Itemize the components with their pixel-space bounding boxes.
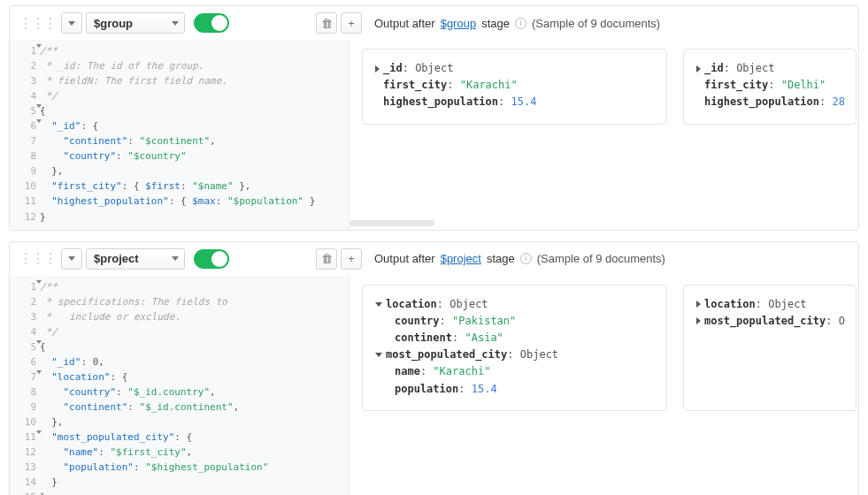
stage-output-pane: _id: Objectfirst_city: "Karachi"highest_… (350, 40, 858, 230)
fold-icon[interactable] (36, 119, 42, 123)
gutter-line-number: 9 (10, 164, 40, 179)
info-icon[interactable]: i (515, 18, 526, 29)
drag-handle-icon[interactable]: ⋮⋮⋮ (17, 250, 58, 267)
gutter-line-number: 12 (10, 209, 40, 225)
doc-field-type: O (839, 315, 845, 327)
gutter-line-number: 11 (10, 430, 40, 445)
stage-operator-select[interactable]: $group (86, 12, 185, 34)
doc-field-line: most_populated_city: Object (375, 346, 654, 363)
info-icon[interactable]: i (520, 253, 532, 264)
code-content: * _id: The id of the group. (40, 58, 204, 73)
code-content: */ (40, 324, 58, 339)
delete-stage-button[interactable]: 🗑 (316, 248, 337, 270)
output-document-card[interactable]: _id: Objectfirst_city: "Delhi"highest_po… (683, 49, 856, 125)
doc-field-type: Object (736, 62, 774, 74)
code-content: "name": "$first_city", (40, 445, 192, 460)
output-document-card[interactable]: location: Objectmost_populated_city: O (683, 285, 856, 411)
output-stage-link[interactable]: $project (441, 252, 481, 265)
doc-field-name: most_populated_city (386, 348, 507, 361)
gutter-line-number: 4 (10, 88, 40, 103)
stage-header: ⋮⋮⋮$project🗑+Output after $project stage… (10, 242, 858, 276)
code-content: "continent": "$continent", (40, 133, 216, 148)
doc-field-type: Object (520, 348, 558, 361)
drag-handle-icon[interactable]: ⋮⋮⋮ (17, 15, 58, 32)
code-content: } (40, 490, 46, 495)
output-document-card[interactable]: location: Objectcountry: "Pakistan"conti… (362, 285, 667, 411)
chevron-down-icon (68, 21, 75, 26)
doc-field-name: location (704, 298, 756, 310)
fold-icon[interactable] (36, 370, 42, 374)
stage-header: ⋮⋮⋮$group🗑+Output after $group stagei(Sa… (10, 6, 858, 40)
caret-right-icon[interactable] (696, 65, 701, 72)
code-line: 1/** (10, 279, 349, 294)
fold-icon[interactable] (36, 340, 42, 344)
fold-icon[interactable] (36, 104, 42, 108)
code-line: 10 }, (10, 415, 349, 430)
trash-icon: 🗑 (321, 252, 333, 265)
doc-field-name: highest_population (383, 95, 498, 108)
plus-icon: + (348, 17, 355, 30)
doc-field-name: location (386, 298, 437, 310)
gutter-line-number: 7 (10, 369, 40, 385)
code-line: 6 "_id": { (10, 118, 349, 133)
doc-field-line: _id: Object (375, 60, 654, 77)
stage-menu-button[interactable] (61, 248, 82, 270)
code-line: 8 "country": "$country" (10, 148, 349, 164)
gutter-line-number: 10 (10, 179, 40, 194)
code-content: "continent": "$_id.continent", (40, 400, 239, 415)
gutter-line-number: 2 (10, 58, 40, 73)
code-line: 2 * _id: The id of the group. (10, 58, 349, 73)
code-line: 4 */ (10, 324, 349, 339)
fold-icon[interactable] (36, 430, 42, 434)
caret-right-icon[interactable] (375, 65, 380, 72)
chevron-down-icon (172, 21, 179, 26)
caret-down-icon[interactable] (375, 302, 382, 307)
stage-code-editor[interactable]: 1/**2 * specifications: The fields to3 *… (10, 276, 350, 495)
gutter-line-number: 11 (10, 194, 40, 209)
stage-code-editor[interactable]: 1/**2 * _id: The id of the group.3 * fie… (10, 40, 350, 230)
gutter-line-number: 1 (10, 279, 40, 294)
plus-icon: + (348, 252, 355, 265)
code-content: "_id": { (40, 118, 98, 133)
add-stage-after-button[interactable]: + (341, 248, 362, 270)
stage-operator-select[interactable]: $project (86, 248, 185, 270)
code-line: 10 "first_city": { $first: "$name" }, (10, 179, 349, 194)
code-content: /** (40, 43, 58, 58)
code-line: 5{ (10, 103, 349, 118)
code-content: "highest_population": { $max: "$populati… (40, 194, 315, 209)
code-content: * specifications: The fields to (40, 294, 227, 309)
code-line: 7 "location": { (10, 369, 349, 385)
caret-down-icon[interactable] (375, 353, 382, 357)
caret-right-icon[interactable] (696, 317, 701, 324)
caret-right-icon[interactable] (696, 301, 701, 308)
stage-enabled-toggle[interactable] (194, 249, 229, 269)
gutter-line-number: 15 (10, 490, 40, 495)
doc-field-name: first_city (383, 79, 447, 91)
output-stage-link[interactable]: $group (441, 17, 476, 30)
code-line: 3 * fieldN: The first field name. (10, 73, 349, 88)
add-stage-after-button[interactable]: + (341, 12, 362, 34)
stage-operator-label: $project (94, 252, 139, 265)
stage-menu-button[interactable] (61, 12, 82, 34)
doc-field-value: "Delhi" (781, 79, 826, 91)
code-content: }, (40, 415, 64, 430)
doc-field-name: country (395, 315, 440, 327)
gutter-line-number: 4 (10, 324, 40, 339)
code-line: 11 "highest_population": { $max: "$popul… (10, 194, 349, 209)
fold-icon[interactable] (36, 44, 42, 48)
gutter-line-number: 13 (10, 460, 40, 475)
code-line: 3 * include or exclude. (10, 309, 349, 324)
stage-output-pane: location: Objectcountry: "Pakistan"conti… (350, 276, 858, 495)
doc-field-value: 15.4 (472, 383, 497, 395)
chevron-down-icon (172, 256, 179, 261)
fold-icon[interactable] (36, 280, 42, 284)
horizontal-scrollbar[interactable] (350, 220, 434, 226)
stage-enabled-toggle[interactable] (194, 13, 229, 33)
stage-operator-label: $group (94, 17, 133, 30)
trash-icon: 🗑 (321, 17, 333, 30)
doc-field-line: first_city: "Karachi" (375, 77, 654, 94)
delete-stage-button[interactable]: 🗑 (316, 12, 337, 34)
code-line: 15} (10, 490, 349, 495)
code-line: 6 "_id": 0, (10, 354, 349, 369)
output-document-card[interactable]: _id: Objectfirst_city: "Karachi"highest_… (362, 49, 667, 125)
